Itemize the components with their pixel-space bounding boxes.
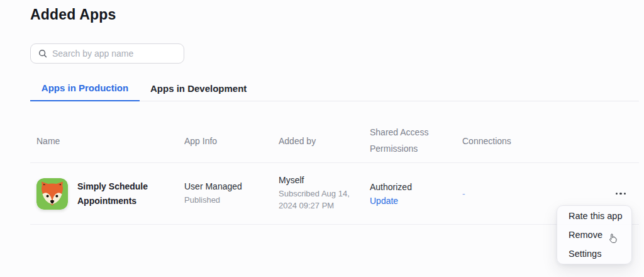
search-icon [38,49,47,58]
table-header: Name App Info Added by Shared Access Per… [30,120,639,163]
tab-apps-in-development[interactable]: Apps in Development [140,83,257,101]
app-search-box[interactable] [30,43,184,64]
connections-cell: - [462,189,639,199]
app-name: Simply Schedule Appointments [77,179,153,208]
connections-value: - [462,189,465,199]
app-publish-status: Published [184,195,279,206]
app-info-cell: User Managed Published [184,181,279,206]
shared-access-cell: Authorized Update [370,182,462,206]
authorization-status: Authorized [370,182,462,192]
subscribed-date: Subscribed Aug 14, 2024 09:27 PM [279,188,353,212]
added-by-cell: Myself Subscribed Aug 14, 2024 09:27 PM [279,175,370,212]
fox-app-icon [36,178,68,210]
page-title: Added Apps [30,6,116,23]
column-header-app-info: App Info [184,136,279,146]
column-header-added-by: Added by [279,136,370,146]
menu-item-settings[interactable]: Settings [557,244,631,263]
column-header-shared-access: Shared Access Permissions [370,125,462,157]
search-input[interactable] [52,48,176,59]
update-link[interactable]: Update [370,196,398,206]
app-name-cell: Simply Schedule Appointments [30,178,184,210]
app-managed-type: User Managed [184,181,279,191]
tab-bar: Apps in Production Apps in Development [30,82,639,101]
tab-apps-in-production[interactable]: Apps in Production [30,82,140,101]
column-header-name: Name [30,136,184,146]
row-actions-menu-button[interactable] [614,189,627,198]
row-context-menu: Rate this app Remove Settings [557,205,632,264]
column-header-connections: Connections [462,136,639,146]
menu-item-remove[interactable]: Remove [557,225,631,244]
ellipsis-menu-icon [616,193,618,195]
table-row: Simply Schedule Appointments User Manage… [30,163,639,225]
added-by-user: Myself [279,175,370,185]
menu-item-rate-this-app[interactable]: Rate this app [557,206,631,225]
